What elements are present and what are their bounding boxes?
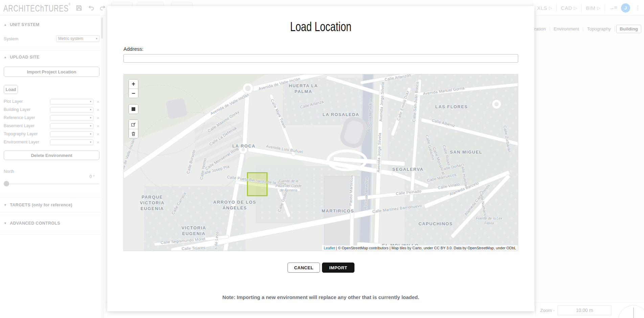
rectangle-icon [132, 107, 135, 111]
edit-control [129, 119, 138, 138]
road [223, 153, 244, 251]
map-label: Calle Albéniz [431, 118, 456, 129]
delete-layers-button[interactable] [129, 129, 138, 138]
map-label: Avenida Luis Buñuel [266, 144, 303, 155]
road-paseo-martiricos [350, 176, 354, 251]
road-bridge [334, 157, 405, 166]
map-label: Calle Rojas [441, 144, 452, 166]
map-label: Calle Doña [440, 163, 461, 172]
city-blocks [256, 166, 361, 223]
map-label: Calle Arlanzón [384, 74, 411, 82]
draw-rectangle-control [129, 104, 138, 114]
map-label: Avenida Manuel Gorria [423, 86, 465, 96]
map-label: Avenida de Valle-Inclán [258, 76, 301, 91]
import-button[interactable]: IMPORT [322, 263, 354, 273]
sports-complex [165, 98, 188, 119]
map-label: MARTIRICOS [322, 208, 354, 214]
river-guadalmedina [359, 74, 374, 251]
map-label: HUERTA LA PALMA [289, 83, 318, 95]
map-label: VICTORIA EUGENIA [181, 225, 206, 237]
dialog-note: Note: Importing a new environment will r… [107, 294, 534, 300]
map-label: Calle Huerta [460, 163, 468, 186]
road-jorge-silvela [374, 85, 384, 251]
map-label: Calle Segismundo Moret [160, 236, 205, 245]
map-label: Calle La Defensa [208, 126, 237, 147]
road [243, 93, 249, 147]
city-blocks [283, 78, 371, 125]
map-label: Alameda Capuchinos [463, 183, 491, 217]
city-blocks [195, 122, 246, 162]
map-label: PARQUE VICTORIA EUGENIA [140, 195, 164, 212]
cancel-button[interactable]: CANCEL [288, 263, 320, 273]
roundabout [243, 83, 253, 93]
road-barcelo [424, 171, 510, 208]
map-label: Calle Arlanza [299, 99, 324, 110]
map-label: LAS FLORES [435, 104, 468, 110]
map-label: Calle Monserrat Roig [204, 146, 239, 172]
roundabout-la-roca [239, 145, 247, 154]
roundabout [492, 100, 501, 109]
map-label: Calle Mark Twain [270, 98, 288, 129]
map-label: Calle Emilio Díaz [396, 90, 411, 121]
park-trail [137, 112, 246, 196]
map-label: LA ROCA [232, 143, 256, 149]
map-label: SAN MIGUEL [450, 150, 482, 155]
road [326, 75, 415, 106]
riverbank [372, 91, 382, 251]
edit-layers-button[interactable] [129, 120, 138, 129]
load-location-dialog: Load Location Address: [107, 6, 534, 311]
map-label: Calle Monserrat [431, 146, 446, 176]
road [360, 74, 437, 84]
park-area [124, 74, 266, 186]
road [252, 74, 364, 91]
zoom-out-button[interactable]: − [129, 89, 138, 98]
map-label: Calle Zurbarán [502, 125, 512, 153]
map-label: Calle Bursoto [185, 149, 197, 174]
road [276, 186, 291, 217]
city-blocks [405, 176, 518, 251]
leaflet-link[interactable]: Leaflet [324, 246, 335, 250]
road-luis-bunuel [248, 147, 395, 176]
road-manuel-gorria [414, 83, 518, 96]
road-bridge [357, 242, 381, 247]
map-label: Calle Godino [277, 189, 290, 213]
map-label: SEGALERVA [392, 167, 423, 173]
edit-icon [131, 122, 136, 127]
address-input[interactable] [123, 54, 518, 63]
map-attribution: Leaflet | © OpenStreetMap contributors |… [322, 245, 518, 251]
trash-icon [131, 131, 136, 136]
map-label: Avenida Jorge Silvela [378, 82, 385, 121]
road-albeniz [421, 118, 518, 146]
draw-rectangle-button[interactable] [129, 105, 138, 114]
map-label: Calle San Juan Bosco [411, 82, 420, 122]
road [154, 235, 229, 246]
map-label: Alameda Barceló [449, 181, 480, 197]
map-label: Avenida Jorge Silvela [376, 133, 382, 172]
address-label: Address: [123, 46, 143, 52]
map-label: Fuente de la Lex Flavia [476, 216, 502, 225]
map-canvas[interactable]: + − Leaflet | © OpenStreetMap contributo… [123, 74, 518, 251]
road [171, 209, 375, 251]
map-label: Calle Marruecos [427, 172, 457, 183]
road-capuchinos [451, 175, 510, 238]
martiricos-complex [324, 176, 360, 245]
map-label: Calle Máximo Gorky [207, 109, 240, 134]
map-label: Calle Martínez Barrionuevo [372, 203, 422, 214]
map-label: LA ROSALEDA [323, 112, 360, 118]
map-label: Río Guadalmedina [363, 177, 369, 210]
zoom-in-button[interactable]: + [129, 80, 138, 89]
map-label: Calle Galacho [424, 134, 436, 160]
map-label: EL EJIDO [452, 244, 475, 250]
map-label: ARROYO DE LOS ÁNGELES [213, 200, 256, 211]
map-label: EL MOLINILLO [382, 243, 419, 249]
stadium-la-rosaleda [338, 114, 370, 150]
road-peinado [357, 185, 468, 200]
road [123, 86, 250, 187]
map-label: Calle Viriato [437, 182, 460, 190]
map-label: Calle Yermo [199, 158, 208, 180]
road [410, 80, 421, 201]
selection-rectangle[interactable] [247, 172, 268, 196]
map-label: Calle Carraca [170, 191, 187, 215]
map-label: CAPUCHINOS [418, 221, 453, 227]
road [270, 94, 296, 156]
